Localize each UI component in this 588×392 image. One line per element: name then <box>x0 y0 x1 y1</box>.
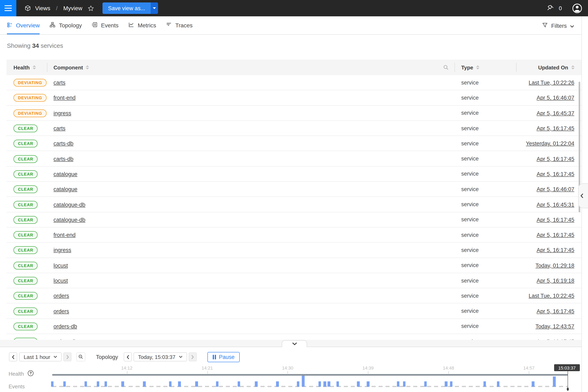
header-updated-on[interactable]: Updated On <box>516 64 581 70</box>
component-link[interactable]: carts-db <box>54 156 74 162</box>
component-link[interactable]: catalogue <box>54 171 78 177</box>
event-bar[interactable] <box>357 382 360 387</box>
updated-link[interactable]: Apr 5, 16:45:37 <box>536 110 574 116</box>
save-view-button[interactable]: Save view as... <box>102 2 151 14</box>
time-cursor-line[interactable] <box>568 371 568 389</box>
header-health[interactable]: Health <box>6 64 47 70</box>
user-avatar[interactable] <box>572 3 583 14</box>
updated-link[interactable]: Last Tue, 10:22:26 <box>528 80 574 86</box>
topology-time-dropdown[interactable]: Today, 15:03:37 <box>134 352 187 362</box>
component-link[interactable]: locust <box>54 278 68 284</box>
component-link[interactable]: orders <box>54 293 69 299</box>
event-bar[interactable] <box>276 382 279 387</box>
component-link[interactable]: catalogue-db <box>54 217 85 223</box>
event-bar[interactable] <box>297 382 299 387</box>
menu-button[interactable] <box>0 0 16 16</box>
event-bar[interactable] <box>450 382 452 387</box>
component-link[interactable]: catalogue <box>54 186 78 192</box>
search-icon[interactable] <box>442 64 449 71</box>
component-link[interactable]: carts-db <box>54 141 74 147</box>
event-bar[interactable] <box>63 382 66 387</box>
breadcrumb-view-name[interactable]: Myview <box>63 5 82 12</box>
range-back-button[interactable] <box>9 352 17 362</box>
event-bar[interactable] <box>367 382 370 387</box>
updated-link[interactable]: Apr 5, 16:17:45 <box>536 125 574 132</box>
event-bar[interactable] <box>178 382 181 387</box>
event-bar[interactable] <box>97 382 100 387</box>
updated-link[interactable]: Apr 5, 16:19:18 <box>536 278 574 284</box>
time-cursor-handle[interactable] <box>566 387 568 390</box>
topology-time-forward-button[interactable] <box>188 352 196 362</box>
collapse-panel-button[interactable] <box>578 183 588 208</box>
component-link[interactable]: carts <box>54 125 66 132</box>
event-bar[interactable] <box>532 382 534 387</box>
event-bar[interactable] <box>318 382 321 387</box>
event-bar[interactable] <box>302 376 304 387</box>
tab-events[interactable]: Events <box>92 16 118 34</box>
event-bar[interactable] <box>84 382 87 387</box>
event-bar[interactable] <box>51 382 54 387</box>
component-link[interactable]: ingress <box>54 247 71 253</box>
updated-link[interactable]: Today, 01:29:18 <box>536 262 574 268</box>
filters-button[interactable]: Filters <box>542 16 574 35</box>
event-bar[interactable] <box>104 382 107 387</box>
component-link[interactable]: locust <box>54 262 68 268</box>
expand-timeline-button[interactable] <box>282 340 307 347</box>
range-forward-button[interactable] <box>63 352 72 362</box>
event-bar[interactable] <box>424 382 427 387</box>
event-bar[interactable] <box>497 382 500 387</box>
event-bar[interactable] <box>143 382 146 387</box>
updated-link[interactable]: Today, 12:43:57 <box>536 324 574 330</box>
pause-button[interactable]: Pause <box>207 352 240 362</box>
sort-icon[interactable] <box>32 65 36 70</box>
sort-icon[interactable] <box>86 65 89 70</box>
updated-link[interactable]: Yesterday, 01:22:04 <box>526 141 574 147</box>
updated-link[interactable]: Apr 5, 16:17:45 <box>536 156 574 162</box>
event-bar[interactable] <box>169 382 172 387</box>
event-bar[interactable] <box>122 382 124 387</box>
event-bar[interactable] <box>483 382 486 387</box>
event-bar[interactable] <box>195 382 198 387</box>
updated-link[interactable]: Apr 5, 16:46:07 <box>536 95 574 101</box>
zoom-out-button[interactable] <box>76 352 85 362</box>
event-bar[interactable] <box>403 382 406 387</box>
updated-link[interactable]: Apr 5, 16:17:45 <box>536 171 574 177</box>
event-bar[interactable] <box>397 382 399 387</box>
sort-icon[interactable] <box>476 65 480 70</box>
tab-traces[interactable]: Traces <box>166 16 193 34</box>
topology-time-back-button[interactable] <box>124 352 132 362</box>
component-link[interactable]: front-end <box>54 95 76 101</box>
component-link[interactable]: orders-db <box>54 324 77 330</box>
save-view-dropdown-button[interactable] <box>151 2 158 14</box>
event-bar[interactable] <box>238 382 240 387</box>
updated-link[interactable]: Apr 5, 16:17:45 <box>536 217 574 223</box>
event-bar[interactable] <box>255 382 258 387</box>
breadcrumb-views[interactable]: Views <box>35 5 50 12</box>
pin-icon[interactable] <box>547 4 554 12</box>
tab-topology[interactable]: Topology <box>50 16 82 34</box>
header-component[interactable]: Component <box>47 64 455 71</box>
favorite-star-icon[interactable] <box>87 5 94 12</box>
event-bar[interactable] <box>328 382 330 387</box>
component-link[interactable]: ingress <box>54 110 71 116</box>
tab-metrics[interactable]: Metrics <box>128 16 156 34</box>
updated-link[interactable]: Apr 5, 16:17:45 <box>536 247 574 253</box>
component-link[interactable]: orders <box>54 308 69 314</box>
event-bar[interactable] <box>324 382 326 387</box>
component-link[interactable]: front-end <box>54 232 76 238</box>
health-timeline-track[interactable] <box>52 374 568 376</box>
tab-overview[interactable]: Overview <box>7 16 40 34</box>
help-icon[interactable]: ? <box>28 370 34 376</box>
event-bar[interactable] <box>553 376 556 387</box>
header-type[interactable]: Type <box>455 64 516 70</box>
updated-link[interactable]: Apr 5, 16:17:45 <box>536 232 574 238</box>
time-range-dropdown[interactable]: Last 1 hour <box>19 352 62 362</box>
updated-link[interactable]: Apr 5, 16:17:45 <box>536 308 574 314</box>
updated-link[interactable]: Last Tue, 10:22:45 <box>528 293 574 299</box>
event-bar[interactable] <box>336 382 339 387</box>
component-link[interactable]: catalogue-db <box>54 202 85 208</box>
event-bar[interactable] <box>445 382 447 387</box>
sort-icon[interactable] <box>571 65 574 70</box>
updated-link[interactable]: Apr 5, 16:46:07 <box>536 186 574 192</box>
updated-link[interactable]: Apr 5, 16:45:31 <box>536 202 574 208</box>
